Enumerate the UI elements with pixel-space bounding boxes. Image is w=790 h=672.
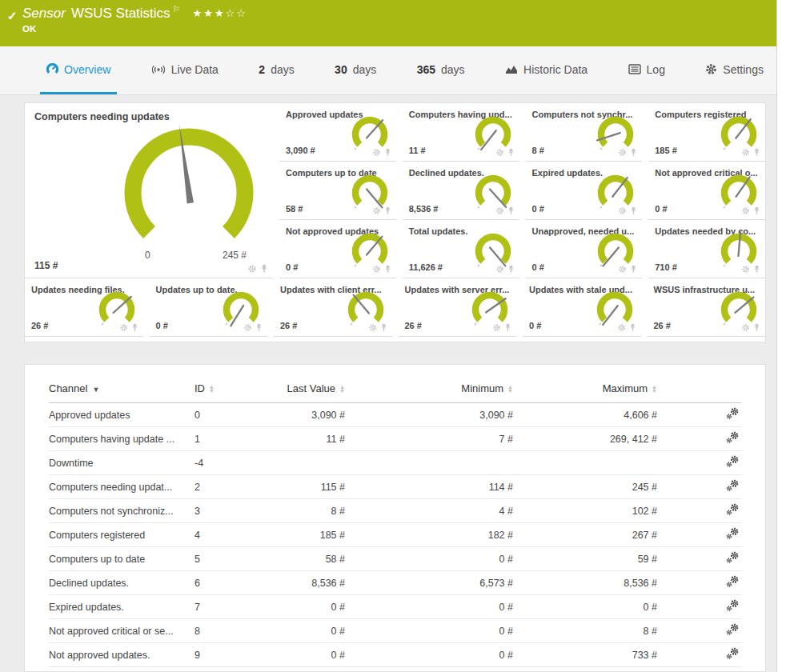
tab-2-days[interactable]: 2days	[252, 46, 300, 94]
gear-icon[interactable]	[495, 206, 504, 215]
channel-row-downtime[interactable]: Downtime-4	[49, 451, 741, 475]
gauge-cell-unapproved-needed-u[interactable]: Unapproved, needed u... 0 #	[526, 220, 643, 278]
pin-icon[interactable]	[507, 265, 515, 274]
gear-icon[interactable]	[741, 148, 750, 157]
column-header-minimum[interactable]: Minimum▲▼	[345, 378, 513, 403]
gauge-cell-updates-with-stale-upd[interactable]: Updates with stale upd... 0 #	[523, 278, 641, 337]
gear-icon[interactable]	[247, 264, 257, 274]
channel-row-not-approved-critical-or-se[interactable]: Not approved critical or se...80 #0 #8 #	[49, 619, 741, 643]
gauge-cell-declined-updates[interactable]: Declined updates. 8,536 #	[403, 162, 519, 220]
gear-icon[interactable]	[618, 148, 627, 157]
gear-icon[interactable]	[495, 265, 504, 274]
pin-icon[interactable]	[752, 148, 761, 157]
gear-icon[interactable]	[617, 323, 626, 332]
priority-rating[interactable]: ★★★☆☆	[193, 7, 247, 19]
gauge-cell-not-approved-updates[interactable]: Not approved updates 0 #	[279, 220, 396, 278]
gear-icon[interactable]	[618, 265, 627, 274]
pin-icon[interactable]	[629, 206, 638, 215]
gauge-dial	[216, 288, 266, 328]
column-header-channel[interactable]: Channel▼	[49, 378, 194, 403]
channel-row-computers-up-to-date[interactable]: Computers up to date558 #0 #59 #	[49, 547, 741, 571]
channel-settings-gears-icon[interactable]	[726, 455, 740, 468]
pin-icon[interactable]	[752, 206, 761, 215]
tab-overview[interactable]: Overview	[40, 46, 117, 94]
tab-historic-data[interactable]: Historic Data	[499, 46, 594, 94]
channel-settings-gears-icon[interactable]	[726, 479, 740, 492]
gear-icon[interactable]	[372, 206, 381, 215]
channel-row-computers-having-update[interactable]: Computers having update ...111 #7 #269, …	[49, 427, 741, 451]
pin-icon[interactable]	[507, 148, 515, 157]
channel-settings-gears-icon[interactable]	[726, 575, 740, 588]
gauge-cell-expired-updates[interactable]: Expired updates. 0 #	[526, 162, 643, 220]
tab-settings[interactable]: Settings	[699, 46, 770, 94]
channel-settings-gears-icon[interactable]	[726, 599, 740, 612]
tab-log[interactable]: Log	[622, 46, 672, 94]
gauge-cell-computers-up-to-date[interactable]: Computers up to date 58 #	[279, 162, 396, 220]
pin-icon[interactable]	[628, 323, 637, 332]
pin-icon[interactable]	[379, 323, 388, 332]
tab-365-days[interactable]: 365days	[411, 46, 471, 94]
channel-row-expired-updates[interactable]: Expired updates.70 #0 #0 #	[49, 595, 741, 619]
gear-icon[interactable]	[368, 323, 377, 332]
channel-row-computers-registered[interactable]: Computers registered4185 #182 #267 #	[49, 523, 741, 547]
gauge-cell-computers-registered[interactable]: Computers registered 185 #	[648, 103, 765, 162]
gear-icon[interactable]	[119, 323, 128, 332]
channel-last-value: 0 #	[275, 643, 345, 667]
main-gauge-cell[interactable]: Computers needing updates 0 245 # 115 #	[25, 103, 273, 278]
pin-icon[interactable]	[383, 206, 392, 215]
pin-icon[interactable]	[383, 148, 392, 157]
gauge-cell-updates-with-client-err[interactable]: Updates with client err... 26 #	[274, 278, 392, 337]
column-header-last-value[interactable]: Last Value▲▼	[275, 378, 345, 403]
pin-icon[interactable]	[383, 265, 392, 274]
scrollbar[interactable]	[776, 0, 790, 672]
channel-settings-gears-icon[interactable]	[726, 503, 740, 516]
pin-icon[interactable]	[507, 206, 515, 215]
pin-icon[interactable]	[752, 323, 761, 332]
gauge-cell-computers-having-upd[interactable]: Computers having upd... 11 #	[403, 103, 519, 162]
pin-icon[interactable]	[629, 265, 638, 274]
tab-30-days[interactable]: 30days	[328, 46, 383, 94]
gear-icon[interactable]	[741, 206, 750, 215]
gauge-cell-approved-updates[interactable]: Approved updates 3,090 #	[279, 103, 396, 162]
pin-icon[interactable]	[259, 264, 269, 274]
pin-icon[interactable]	[629, 148, 638, 157]
channel-settings-gears-icon[interactable]	[726, 623, 740, 636]
gear-icon[interactable]	[741, 265, 750, 274]
pin-icon[interactable]	[255, 323, 263, 332]
channel-row-approved-updates[interactable]: Approved updates03,090 #3,090 #4,606 #	[49, 403, 741, 427]
gear-icon[interactable]	[741, 323, 750, 332]
gauge-cell-updates-with-server-err[interactable]: Updates with server err... 26 #	[399, 278, 517, 337]
tab-label: Settings	[723, 63, 764, 76]
gear-icon[interactable]	[372, 148, 381, 157]
channel-settings-gears-icon[interactable]	[726, 527, 740, 540]
channel-settings-gears-icon[interactable]	[726, 551, 740, 564]
channel-row-not-approved-updates[interactable]: Not approved updates.90 #0 #733 #	[49, 643, 741, 667]
channel-settings-gears-icon[interactable]	[726, 407, 740, 420]
channel-row-computers-not-synchroniz[interactable]: Computers not synchroniz...38 #4 #102 #	[49, 499, 741, 523]
column-label: Channel	[49, 382, 87, 394]
gauge-cell-total-updates[interactable]: Total updates. 11,626 #	[403, 220, 519, 278]
channel-minimum	[345, 451, 513, 475]
channel-row-declined-updates[interactable]: Declined updates.68,536 #6,573 #8,536 #	[49, 571, 741, 595]
gear-icon[interactable]	[492, 323, 501, 332]
flag-icon[interactable]: ⚐	[173, 5, 180, 14]
gauge-cell-updates-up-to-date[interactable]: Updates up to date. 0 #	[150, 278, 268, 337]
gear-icon[interactable]	[495, 148, 504, 157]
channel-row-computers-needing-updat[interactable]: Computers needing updat...2115 #114 #245…	[49, 475, 741, 499]
gauge-cell-computers-not-synchr[interactable]: Computers not synchr... 8 #	[526, 103, 643, 162]
gear-icon[interactable]	[243, 323, 252, 332]
pin-icon[interactable]	[752, 265, 761, 274]
gear-icon[interactable]	[618, 206, 627, 215]
column-header-id[interactable]: ID▲▼	[194, 378, 275, 403]
column-header-maximum[interactable]: Maximum▲▼	[513, 378, 657, 403]
channel-settings-gears-icon[interactable]	[726, 431, 740, 444]
tab-live-data[interactable]: Live Data	[145, 46, 225, 94]
gauge-cell-not-approved-critical-o[interactable]: Not approved critical o... 0 #	[648, 162, 765, 220]
pin-icon[interactable]	[503, 323, 512, 332]
gear-icon[interactable]	[372, 265, 381, 274]
channel-settings-gears-icon[interactable]	[726, 647, 740, 660]
gauge-cell-updates-needing-files[interactable]: Updates needing files. 26 #	[25, 278, 143, 337]
gauge-cell-wsus-infrastructure-u[interactable]: WSUS infrastructure u... 26 #	[648, 278, 766, 337]
gauge-cell-updates-needed-by-co[interactable]: Updates needed by co... 710 #	[648, 220, 765, 278]
pin-icon[interactable]	[130, 323, 139, 332]
